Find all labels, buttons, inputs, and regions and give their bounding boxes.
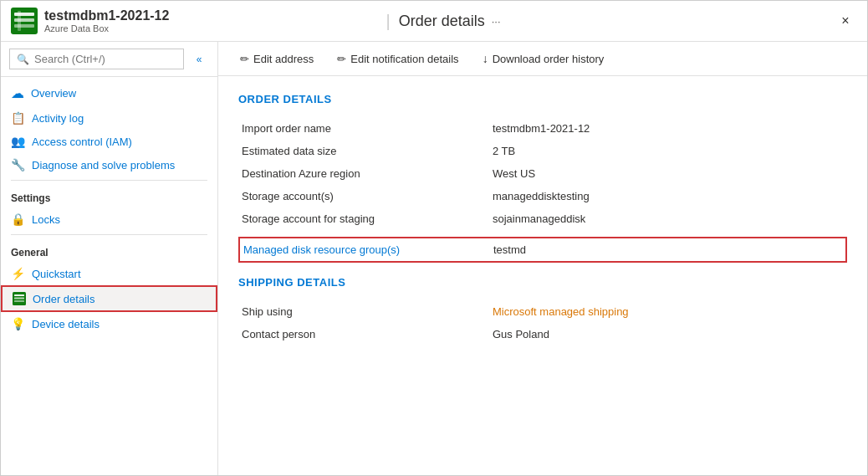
content-area: ✏ Edit address ✏ Edit notification detai… <box>218 42 867 475</box>
sidebar-item-activity-log[interactable]: 📋 Activity log <box>1 106 217 130</box>
edit-address-button[interactable]: ✏ Edit address <box>235 49 319 69</box>
close-button[interactable]: × <box>834 9 857 33</box>
sidebar-item-quickstart[interactable]: ⚡ Quickstart <box>1 262 217 285</box>
edit-notification-label: Edit notification details <box>350 53 458 65</box>
field-value: sojainmanageddisk <box>489 207 847 230</box>
sidebar-item-device-details[interactable]: 💡 Device details <box>1 312 217 335</box>
order-details-section-title: ORDER DETAILS <box>238 93 847 105</box>
order-details-table: Import order name testmdbm1-2021-12 Esti… <box>238 117 847 230</box>
page-title: Order details <box>399 13 485 30</box>
title-text: testmdbm1-2021-12 Azure Data Box <box>44 8 377 33</box>
pencil-icon-2: ✏ <box>337 53 346 65</box>
sidebar-item-label: Locks <box>32 213 60 226</box>
field-value: manageddisktesting <box>489 185 847 207</box>
svg-rect-6 <box>14 294 24 296</box>
table-row: Destination Azure region West US <box>238 162 847 185</box>
table-row: Storage account(s) manageddisktesting <box>238 185 847 207</box>
svg-rect-1 <box>14 13 34 16</box>
title-separator: | <box>385 12 390 31</box>
sidebar-item-label: Quickstart <box>32 268 81 280</box>
svg-rect-2 <box>14 18 34 22</box>
general-section-label: General <box>1 238 217 262</box>
svg-rect-4 <box>18 11 21 31</box>
table-row: Contact person Gus Poland <box>238 323 847 345</box>
title-bar: testmdbm1-2021-12 Azure Data Box | Order… <box>1 1 867 42</box>
nav-divider <box>11 180 207 181</box>
sidebar-item-order-details[interactable]: Order details <box>1 285 217 312</box>
resource-name: testmdbm1-2021-12 <box>44 8 377 23</box>
download-icon: ↓ <box>483 52 488 65</box>
svg-rect-8 <box>14 300 24 302</box>
more-button[interactable]: ··· <box>492 15 501 28</box>
field-label: Destination Azure region <box>238 162 489 185</box>
main-content: 🔍 « ☁ Overview 📋 Activity log 👥 Access c… <box>1 42 867 475</box>
sidebar-item-locks[interactable]: 🔒 Locks <box>1 207 217 231</box>
sidebar-item-overview[interactable]: ☁ Overview <box>1 80 217 106</box>
field-label: Storage account for staging <box>238 207 489 230</box>
table-row: Estimated data size 2 TB <box>238 140 847 162</box>
search-bar: 🔍 « <box>1 42 217 77</box>
wrench-icon: 🔧 <box>11 158 25 171</box>
sidebar-item-label: Order details <box>33 293 94 305</box>
sidebar: 🔍 « ☁ Overview 📋 Activity log 👥 Access c… <box>1 42 218 475</box>
svg-rect-3 <box>14 24 34 28</box>
download-history-label: Download order history <box>493 53 605 65</box>
sidebar-item-label: Activity log <box>32 112 84 125</box>
app-icon <box>11 8 38 34</box>
sidebar-item-label: Access control (IAM) <box>32 136 132 148</box>
search-input-wrap[interactable]: 🔍 <box>9 49 184 69</box>
field-label: Contact person <box>238 323 489 345</box>
edit-notification-button[interactable]: ✏ Edit notification details <box>332 49 463 69</box>
field-label: Import order name <box>238 117 489 140</box>
toolbar: ✏ Edit address ✏ Edit notification detai… <box>218 42 867 76</box>
order-icon <box>13 292 26 305</box>
field-value: testmd <box>490 238 846 262</box>
field-value: West US <box>489 162 847 185</box>
collapse-sidebar-button[interactable]: « <box>189 49 209 69</box>
pencil-icon: ✏ <box>240 53 249 65</box>
sidebar-item-label: Overview <box>31 87 76 100</box>
managed-disk-link[interactable]: Managed disk resource group(s) <box>243 243 400 256</box>
nav-divider-2 <box>11 234 207 235</box>
device-icon: 💡 <box>11 317 25 330</box>
log-icon: 📋 <box>11 111 25 125</box>
search-input[interactable] <box>34 53 176 65</box>
table-row: Storage account for staging sojainmanage… <box>238 207 847 230</box>
field-value: Microsoft managed shipping <box>489 300 847 323</box>
shipping-link[interactable]: Microsoft managed shipping <box>493 305 629 318</box>
field-value: testmdbm1-2021-12 <box>489 117 847 140</box>
search-icon: 🔍 <box>17 54 29 65</box>
shipping-details-section-title: SHIPPING DETAILS <box>238 276 847 289</box>
sidebar-item-label: Device details <box>32 318 100 330</box>
field-label: Estimated data size <box>238 140 489 162</box>
cloud-icon: ☁ <box>11 85 24 101</box>
app-window: testmdbm1-2021-12 Azure Data Box | Order… <box>0 0 868 476</box>
svg-rect-7 <box>14 298 24 299</box>
field-label: Ship using <box>238 300 489 323</box>
iam-icon: 👥 <box>11 135 25 148</box>
field-label: Managed disk resource group(s) <box>239 238 490 262</box>
nav-items: ☁ Overview 📋 Activity log 👥 Access contr… <box>1 77 217 475</box>
sidebar-item-label: Diagnose and solve problems <box>32 159 175 171</box>
field-value: 2 TB <box>489 140 847 162</box>
settings-section-label: Settings <box>1 184 217 207</box>
lock-icon: 🔒 <box>11 212 25 226</box>
field-label: Storage account(s) <box>238 185 489 207</box>
download-history-button[interactable]: ↓ Download order history <box>477 49 610 69</box>
bolt-icon: ⚡ <box>11 267 25 280</box>
resource-type: Azure Data Box <box>44 23 377 33</box>
table-row: Import order name testmdbm1-2021-12 <box>238 117 847 140</box>
managed-disk-row: Managed disk resource group(s) testmd <box>239 238 846 262</box>
sidebar-item-access-control[interactable]: 👥 Access control (IAM) <box>1 130 217 153</box>
shipping-details-table: Ship using Microsoft managed shipping Co… <box>238 300 847 345</box>
edit-address-label: Edit address <box>253 53 314 65</box>
field-value: Gus Poland <box>489 323 847 345</box>
highlighted-row-table: Managed disk resource group(s) testmd <box>238 237 847 263</box>
sidebar-item-diagnose[interactable]: 🔧 Diagnose and solve problems <box>1 153 217 177</box>
content-body: ORDER DETAILS Import order name testmdbm… <box>218 76 867 382</box>
table-row: Ship using Microsoft managed shipping <box>238 300 847 323</box>
